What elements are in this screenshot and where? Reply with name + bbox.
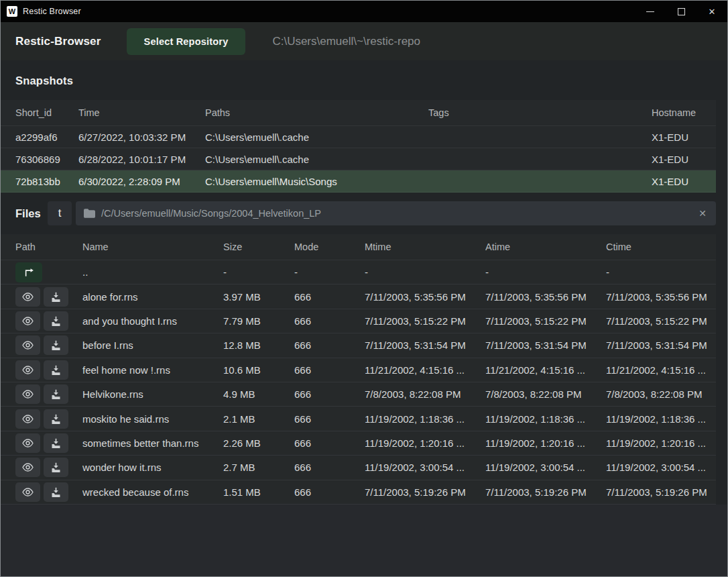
file-ctime: 7/8/2003, 8:22:08 PM: [606, 388, 716, 400]
app-window: W Restic Browser ✕ Restic-Browser Select…: [0, 0, 728, 577]
file-row[interactable]: and you thought I.rns 7.79 MB 666 7/11/2…: [1, 309, 716, 333]
file-row[interactable]: wonder how it.rns 2.7 MB 666 11/19/2002,…: [1, 456, 716, 480]
snapshot-row-selected[interactable]: 72b813bb 6/30/2022, 2:28:09 PM C:\Users\…: [1, 170, 716, 193]
file-name: before I.rns: [82, 339, 223, 351]
titlebar: W Restic Browser ✕: [1, 1, 727, 22]
download-icon: [50, 340, 62, 350]
file-name: alone for.rns: [82, 291, 223, 303]
preview-file-button[interactable]: [15, 287, 40, 307]
column-header-paths[interactable]: Paths: [205, 107, 428, 118]
snapshot-row[interactable]: a2299af6 6/27/2022, 10:03:32 PM C:\Users…: [1, 126, 716, 148]
file-atime: 7/11/2003, 5:19:26 PM: [485, 486, 606, 498]
download-icon: [50, 365, 62, 375]
column-header-size[interactable]: Size: [223, 242, 294, 252]
snapshot-paths: C:\Users\emuell\.cache: [205, 132, 428, 143]
column-header-ctime[interactable]: Ctime: [606, 242, 716, 252]
preview-file-button[interactable]: [15, 458, 40, 477]
eye-icon: [21, 462, 34, 472]
file-ctime: 7/11/2003, 5:35:56 PM: [606, 291, 716, 303]
file-row[interactable]: Helvikone.rns 4.9 MB 666 7/8/2003, 8:22:…: [1, 382, 716, 407]
go-up-directory-button[interactable]: [15, 262, 42, 282]
restore-file-button[interactable]: [44, 287, 68, 307]
column-header-name[interactable]: Name: [82, 242, 223, 252]
snapshots-section-header: Snapshots: [1, 60, 727, 100]
restore-file-button[interactable]: [44, 360, 68, 380]
file-mode: -: [294, 266, 365, 278]
file-mtime: 11/19/2002, 1:18:36 ...: [365, 413, 485, 425]
file-size: 7.79 MB: [223, 315, 294, 327]
maximize-button[interactable]: [666, 1, 696, 22]
file-mode: 666: [294, 437, 365, 449]
restore-file-button[interactable]: [44, 409, 68, 429]
path-clear-icon[interactable]: ✕: [697, 208, 708, 219]
snapshot-short-id: a2299af6: [15, 132, 78, 143]
restore-file-button[interactable]: [44, 311, 68, 331]
file-mode: 666: [294, 388, 365, 400]
file-size: 12.8 MB: [223, 339, 294, 351]
select-repository-button[interactable]: Select Repository: [127, 28, 246, 55]
column-header-path[interactable]: Path: [15, 242, 82, 252]
parent-directory-row[interactable]: .. - - - - -: [1, 260, 716, 284]
column-header-hostname[interactable]: Hostname: [652, 107, 716, 118]
restore-file-button[interactable]: [44, 458, 68, 477]
eye-icon: [21, 389, 34, 399]
column-header-mtime[interactable]: Mtime: [365, 242, 485, 252]
file-mtime: 7/8/2003, 8:22:08 PM: [365, 388, 485, 400]
empty-area: [1, 505, 727, 576]
file-name: sometimes better than.rns: [82, 437, 223, 449]
column-header-time[interactable]: Time: [78, 107, 205, 118]
file-size: 2.1 MB: [223, 413, 294, 425]
file-ctime: 11/19/2002, 3:00:54 ...: [606, 462, 716, 473]
files-path-input[interactable]: /C/Users/emuell/Music/Songs/2004_Helveti…: [76, 201, 716, 225]
file-row[interactable]: feel home now !.rns 10.6 MB 666 11/21/20…: [1, 358, 716, 382]
restore-file-button[interactable]: [44, 384, 68, 404]
minimize-icon: [646, 11, 654, 12]
restore-file-button[interactable]: [44, 433, 68, 453]
snapshot-hostname: X1-EDU: [652, 132, 716, 143]
column-header-atime[interactable]: Atime: [485, 242, 606, 252]
file-mode: 666: [294, 486, 365, 498]
minimize-button[interactable]: [635, 1, 666, 22]
preview-file-button[interactable]: [15, 335, 40, 355]
file-row[interactable]: moskito he said.rns 2.1 MB 666 11/19/200…: [1, 407, 716, 431]
file-atime: 11/19/2002, 3:00:54 ...: [485, 462, 606, 473]
column-header-short-id[interactable]: Short_id: [15, 107, 78, 118]
file-mode: 666: [294, 339, 365, 351]
file-row[interactable]: sometimes better than.rns 2.26 MB 666 11…: [1, 431, 716, 456]
preview-file-button[interactable]: [15, 360, 40, 380]
file-atime: 11/19/2002, 1:20:16 ...: [485, 437, 606, 449]
close-button[interactable]: ✕: [696, 1, 727, 22]
file-row[interactable]: wrecked because of.rns 1.51 MB 666 7/11/…: [1, 480, 716, 505]
snapshot-time: 6/28/2022, 10:01:17 PM: [78, 154, 205, 165]
file-name: and you thought I.rns: [82, 315, 223, 327]
file-atime: -: [485, 266, 606, 278]
file-mtime: 7/11/2003, 5:35:56 PM: [365, 291, 485, 303]
preview-file-button[interactable]: [15, 384, 40, 404]
download-icon: [50, 487, 62, 497]
files-bar: Files t /C/Users/emuell/Music/Songs/2004…: [1, 193, 727, 234]
app-name: Restic-Browser: [15, 35, 101, 48]
restore-file-button[interactable]: [44, 335, 68, 355]
preview-file-button[interactable]: [15, 433, 40, 453]
snapshot-hostname: X1-EDU: [652, 176, 716, 187]
file-mtime: 11/21/2002, 4:15:16 ...: [365, 364, 485, 376]
file-size: 4.9 MB: [223, 388, 294, 400]
file-row[interactable]: before I.rns 12.8 MB 666 7/11/2003, 5:31…: [1, 333, 716, 358]
file-row[interactable]: alone for.rns 3.97 MB 666 7/11/2003, 5:3…: [1, 284, 716, 309]
column-header-tags[interactable]: Tags: [428, 107, 652, 118]
file-name: wrecked because of.rns: [82, 486, 223, 498]
snapshot-hostname: X1-EDU: [652, 154, 716, 165]
restore-file-button[interactable]: [44, 482, 68, 502]
file-mtime: 11/19/2002, 1:20:16 ...: [365, 437, 485, 449]
file-mode: 666: [294, 291, 365, 303]
preview-file-button[interactable]: [15, 409, 40, 429]
file-mtime: 7/11/2003, 5:15:22 PM: [365, 315, 485, 327]
file-atime: 11/19/2002, 1:18:36 ...: [485, 413, 606, 425]
snapshot-row[interactable]: 76306869 6/28/2022, 10:01:17 PM C:\Users…: [1, 148, 716, 170]
column-header-mode[interactable]: Mode: [294, 242, 365, 252]
file-mtime: 11/19/2002, 3:00:54 ...: [365, 462, 485, 473]
preview-file-button[interactable]: [15, 482, 40, 502]
preview-file-button[interactable]: [15, 311, 40, 331]
files-toggle-button[interactable]: t: [48, 201, 72, 225]
file-mode: 666: [294, 462, 365, 473]
